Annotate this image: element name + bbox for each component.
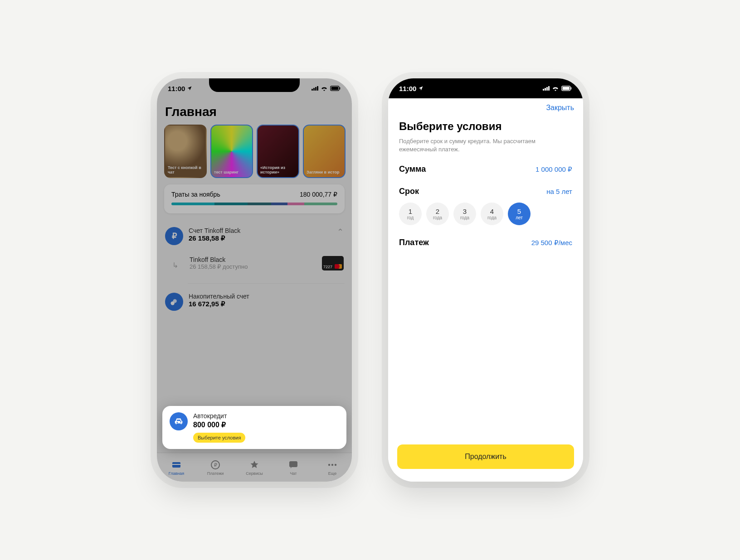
tab-more[interactable]: Еще <box>313 453 352 482</box>
chat-icon <box>288 459 299 470</box>
amount-value[interactable]: 1 000 000 ₽ <box>536 165 572 174</box>
account-balance: 26 158,58 ₽ <box>189 234 331 242</box>
tab-services[interactable]: Сервисы <box>235 453 274 482</box>
card-name: Tinkoff Black <box>190 256 316 263</box>
spending-bar <box>171 203 337 205</box>
wifi-icon <box>321 86 328 91</box>
account-name: Счет Tinkoff Black <box>189 227 331 234</box>
story-card[interactable]: Тест с кнопкой в чат <box>164 125 207 178</box>
account-body: Tinkoff Black 26 158,58 ₽ доступно <box>190 256 316 270</box>
tab-home[interactable]: Главная <box>157 453 196 482</box>
account-card-row[interactable]: ↳ Tinkoff Black 26 158,58 ₽ доступно 722… <box>164 251 345 280</box>
close-button[interactable]: Закрыть <box>546 104 574 112</box>
star-icon <box>249 459 260 470</box>
phone-home: 11:00 Главная Тест с кнопкой в чат тест … <box>157 78 352 482</box>
spending-card[interactable]: Траты за ноябрь 180 000,77 ₽ <box>164 184 345 213</box>
svg-rect-1 <box>331 87 338 90</box>
term-pill-3[interactable]: 3года <box>453 203 476 225</box>
location-icon <box>187 86 192 91</box>
battery-icon <box>561 86 572 91</box>
pill-unit: года <box>487 215 497 220</box>
card-chip[interactable]: 7227 <box>322 256 344 270</box>
divider <box>188 283 345 284</box>
payment-label: Платеж <box>399 238 429 247</box>
tab-label: Главная <box>169 471 184 476</box>
story-card[interactable]: «История из истории» <box>257 125 299 178</box>
term-pill-2[interactable]: 2года <box>426 203 449 225</box>
account-row[interactable]: ₽ Счет Tinkoff Black 26 158,58 ₽ ⌃ <box>164 222 345 251</box>
continue-button[interactable]: Продолжить <box>397 444 574 469</box>
pill-unit: года <box>433 215 442 220</box>
page-title: Главная <box>165 105 344 119</box>
notch <box>209 78 300 92</box>
stories-row[interactable]: Тест с кнопкой в чат тест шаринг «Истори… <box>164 125 345 178</box>
page-title: Выберите условия <box>399 120 572 133</box>
tab-chat[interactable]: Чат <box>274 453 313 482</box>
page-description: Подберите срок и сумму кредита. Мы рассч… <box>399 137 572 154</box>
spending-header: Траты за ноябрь 180 000,77 ₽ <box>171 191 337 198</box>
autoloan-card[interactable]: Автокредит 800 000 ₽ Выберите условия <box>162 406 346 449</box>
term-block: Срок на 5 лет 1год 2года 3года 4года 5ле… <box>399 187 572 225</box>
autoloan-body: Автокредит 800 000 ₽ Выберите условия <box>193 412 339 443</box>
signal-icon <box>543 86 550 91</box>
home-screen: 11:00 Главная Тест с кнопкой в чат тест … <box>157 78 352 482</box>
location-icon <box>418 86 424 91</box>
pill-num: 4 <box>490 208 494 215</box>
account-row[interactable]: Накопительный счет 16 672,95 ₽ <box>164 287 345 316</box>
pill-num: 2 <box>436 208 439 215</box>
svg-rect-14 <box>563 87 570 90</box>
autoloan-badge[interactable]: Выберите условия <box>193 433 245 443</box>
payment-value: 29 500 ₽/мес <box>531 239 572 247</box>
term-pill-1[interactable]: 1год <box>399 203 422 225</box>
pill-unit: год <box>407 215 414 220</box>
term-pill-5[interactable]: 5лет <box>508 203 531 225</box>
story-label: тест шаринг <box>214 170 239 174</box>
autoloan-title: Автокредит <box>193 412 339 420</box>
pill-num: 5 <box>517 208 521 215</box>
spending-label: Траты за ноябрь <box>171 191 220 198</box>
account-name: Накопительный счет <box>189 293 344 300</box>
pill-num: 3 <box>463 208 467 215</box>
amount-label: Сумма <box>399 164 426 174</box>
tab-label: Сервисы <box>246 471 263 476</box>
pill-num: 1 <box>409 208 412 215</box>
tab-payments[interactable]: ₽ Платежи <box>196 453 235 482</box>
tab-label: Платежи <box>207 471 224 476</box>
svg-rect-9 <box>289 461 297 467</box>
card-last4: 7227 <box>323 265 332 269</box>
story-label: Загляни в истор <box>307 170 339 174</box>
notch <box>440 78 531 92</box>
svg-point-4 <box>173 299 177 303</box>
pill-unit: года <box>460 215 469 220</box>
svg-rect-2 <box>340 87 341 89</box>
term-options: 1год 2года 3года 4года 5лет <box>399 203 572 225</box>
status-time-block: 11:00 <box>399 85 424 92</box>
svg-rect-6 <box>172 464 180 465</box>
battery-icon <box>330 86 341 91</box>
pill-unit: лет <box>516 215 523 220</box>
status-time: 11:00 <box>168 85 185 92</box>
account-body: Накопительный счет 16 672,95 ₽ <box>189 293 344 308</box>
home-icon <box>171 459 182 470</box>
tabbar: Главная ₽ Платежи Сервисы Чат Еще <box>157 453 352 482</box>
chevron-up-icon[interactable]: ⌃ <box>337 227 344 237</box>
account-body: Счет Tinkoff Black 26 158,58 ₽ <box>189 227 331 242</box>
close-row: Закрыть <box>388 98 583 112</box>
wifi-icon <box>552 86 559 91</box>
svg-point-11 <box>331 463 333 465</box>
tab-label: Еще <box>328 471 336 476</box>
story-card[interactable]: тест шаринг <box>210 125 253 178</box>
story-card[interactable]: Загляни в истор <box>303 125 346 178</box>
status-time: 11:00 <box>399 85 416 92</box>
sub-arrow-icon: ↳ <box>166 256 184 274</box>
autoloan-amount: 800 000 ₽ <box>193 420 339 429</box>
term-pill-4[interactable]: 4года <box>481 203 503 225</box>
card-available: 26 158,58 ₽ доступно <box>190 263 316 270</box>
term-label: Срок <box>399 187 419 196</box>
status-indicators <box>312 86 341 91</box>
signal-icon <box>312 86 318 91</box>
svg-point-12 <box>335 463 336 465</box>
term-value[interactable]: на 5 лет <box>546 188 572 195</box>
svg-point-10 <box>328 463 330 465</box>
ruble-icon: ₽ <box>165 227 183 245</box>
